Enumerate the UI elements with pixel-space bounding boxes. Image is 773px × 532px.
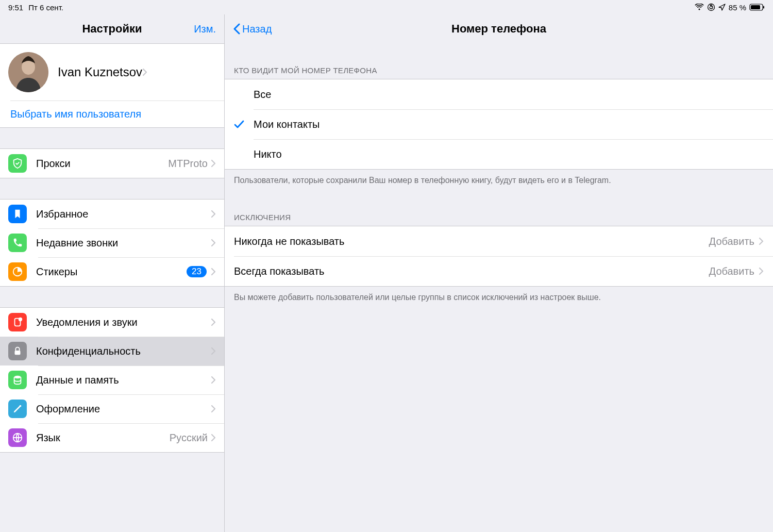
- stickers-badge: 23: [187, 266, 207, 277]
- proxy-label: Прокси: [36, 158, 168, 170]
- appearance-label: Оформление: [36, 403, 211, 415]
- location-icon: [718, 4, 726, 11]
- always-share-cell[interactable]: Всегда показывать Добавить: [225, 256, 773, 286]
- recent-calls-cell[interactable]: Недавние звонки: [0, 228, 224, 257]
- bell-icon: [8, 313, 27, 331]
- battery-percent: 85 %: [729, 3, 746, 12]
- globe-icon: [8, 428, 27, 447]
- visibility-header: КТО ВИДИТ МОЙ НОМЕР ТЕЛЕФОНА: [225, 62, 773, 79]
- favorites-label: Избранное: [36, 208, 211, 220]
- back-button[interactable]: Назад: [233, 23, 272, 35]
- phone-icon: [8, 234, 27, 252]
- chevron-right-icon: [211, 239, 216, 247]
- chevron-right-icon: [211, 210, 216, 218]
- never-share-value: Добавить: [709, 236, 754, 247]
- detail-pane: Назад Номер телефона КТО ВИДИТ МОЙ НОМЕР…: [225, 14, 773, 532]
- proxy-cell[interactable]: Прокси MTProto: [0, 149, 224, 178]
- language-label: Язык: [36, 432, 170, 444]
- chevron-right-icon: [759, 237, 764, 245]
- notifications-cell[interactable]: Уведомления и звуки: [0, 308, 224, 337]
- visibility-footer: Пользователи, которые сохранили Ваш номе…: [225, 170, 773, 190]
- stickers-label: Стикеры: [36, 266, 187, 278]
- data-storage-cell[interactable]: Данные и память: [0, 365, 224, 394]
- detail-nav: Назад Номер телефона: [225, 14, 773, 43]
- option-everyone[interactable]: Все: [225, 79, 773, 109]
- status-date: Пт 6 сент.: [28, 3, 63, 12]
- sidebar-title: Настройки: [82, 22, 142, 36]
- back-label: Назад: [242, 23, 272, 35]
- svg-rect-3: [763, 6, 764, 9]
- chevron-right-icon: [142, 68, 147, 76]
- proxy-value: MTProto: [168, 158, 208, 170]
- settings-sidebar: Настройки Изм. Ivan Kuznetsov Выбрать им…: [0, 14, 225, 532]
- edit-button[interactable]: Изм.: [194, 23, 216, 35]
- exceptions-header: ИСКЛЮЧЕНИЯ: [225, 209, 773, 226]
- battery-icon: [749, 4, 765, 11]
- chevron-right-icon: [759, 267, 764, 275]
- bookmark-icon: [8, 205, 27, 223]
- svg-point-8: [19, 318, 22, 321]
- language-cell[interactable]: Язык Русский: [0, 423, 224, 452]
- stickers-cell[interactable]: Стикеры 23: [0, 257, 224, 286]
- exceptions-footer: Вы можете добавить пользователей или цел…: [225, 287, 773, 307]
- chevron-right-icon: [211, 268, 216, 276]
- status-time: 9:51: [8, 3, 23, 12]
- brush-icon: [8, 400, 27, 418]
- sticker-icon: [8, 262, 27, 281]
- appearance-cell[interactable]: Оформление: [0, 394, 224, 423]
- data-storage-label: Данные и память: [36, 374, 211, 386]
- never-share-cell[interactable]: Никогда не показывать Добавить: [225, 226, 773, 256]
- notifications-label: Уведомления и звуки: [36, 317, 211, 328]
- sidebar-nav: Настройки Изм.: [0, 14, 224, 43]
- lock-icon: [8, 342, 27, 360]
- privacy-label: Конфиденциальность: [36, 345, 211, 357]
- chevron-right-icon: [211, 347, 216, 355]
- always-share-label: Всегда показывать: [234, 265, 709, 277]
- option-my-contacts[interactable]: Мои контакты: [225, 109, 773, 139]
- profile-cell[interactable]: Ivan Kuznetsov: [0, 44, 224, 101]
- always-share-value: Добавить: [709, 265, 754, 277]
- shield-icon: [8, 154, 27, 173]
- svg-rect-9: [15, 351, 21, 355]
- recent-calls-label: Недавние звонки: [36, 237, 211, 249]
- database-icon: [8, 371, 27, 389]
- chevron-right-icon: [211, 434, 216, 442]
- chevron-right-icon: [211, 159, 216, 168]
- svg-rect-2: [751, 5, 760, 9]
- checkmark-icon: [234, 120, 244, 129]
- privacy-cell[interactable]: Конфиденциальность: [0, 337, 224, 365]
- chevron-right-icon: [211, 405, 216, 413]
- status-bar: 9:51 Пт 6 сент. 85 %: [0, 0, 773, 14]
- chevron-right-icon: [211, 376, 216, 384]
- profile-name: Ivan Kuznetsov: [58, 65, 142, 79]
- avatar: [8, 52, 48, 92]
- option-nobody[interactable]: Никто: [225, 139, 773, 169]
- svg-point-10: [14, 376, 21, 379]
- language-value: Русский: [170, 432, 208, 444]
- wifi-icon: [695, 4, 704, 11]
- choose-username-label: Выбрать имя пользователя: [10, 108, 141, 120]
- detail-title: Номер телефона: [451, 22, 546, 36]
- lock-rotation-icon: [707, 3, 715, 11]
- svg-point-11: [20, 405, 22, 407]
- choose-username-cell[interactable]: Выбрать имя пользователя: [0, 101, 224, 127]
- chevron-right-icon: [211, 318, 216, 326]
- never-share-label: Никогда не показывать: [234, 236, 709, 247]
- favorites-cell[interactable]: Избранное: [0, 200, 224, 228]
